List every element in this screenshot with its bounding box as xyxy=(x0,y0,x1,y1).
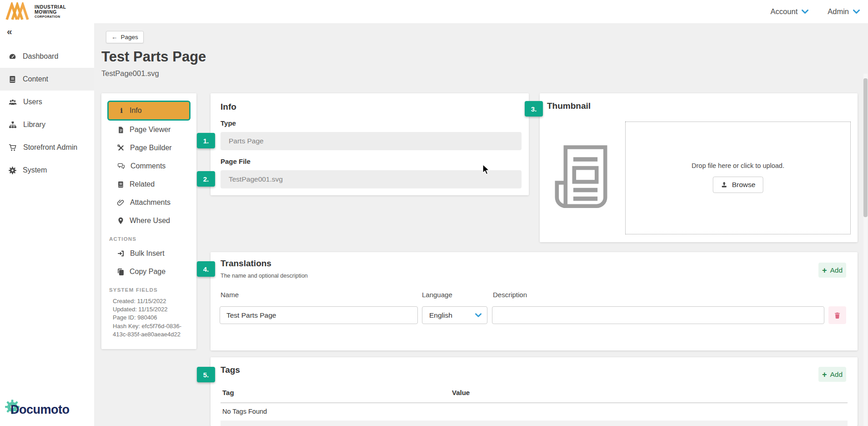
step-badge-3: 3. xyxy=(525,101,543,117)
account-menu[interactable]: Account xyxy=(771,7,809,16)
language-label: Language xyxy=(422,291,452,299)
info-panel-title: Info xyxy=(221,102,236,112)
subnav-item-info[interactable]: i Info xyxy=(107,101,191,121)
comments-icon xyxy=(117,162,125,170)
subnav-item-comments[interactable]: Comments xyxy=(101,157,196,175)
translations-panel-subtitle: The name and optional description xyxy=(221,273,308,279)
subnav-item-page-builder[interactable]: Page Builder xyxy=(101,139,196,157)
type-field: Parts Page xyxy=(221,132,522,150)
file-icon xyxy=(117,126,125,134)
subnav-action-copy-page[interactable]: Copy Page xyxy=(101,263,196,281)
step-badge-2: 2. xyxy=(197,171,215,187)
book-icon xyxy=(117,181,125,188)
main-sidebar: « Dashboard Content xyxy=(0,23,94,426)
sign-in-icon xyxy=(117,249,125,258)
tags-panel xyxy=(211,357,858,426)
plus-icon: + xyxy=(822,266,827,274)
dashboard-icon xyxy=(8,52,17,61)
name-label: Name xyxy=(221,291,239,299)
system-field-updated: Updated: 11/15/2022 xyxy=(113,305,189,314)
info-icon: i xyxy=(118,106,125,115)
users-icon xyxy=(8,98,17,106)
page-scrollbar[interactable] xyxy=(863,74,868,426)
thumbnail-panel-title: Thumbnail xyxy=(547,101,591,111)
add-translation-button[interactable]: + Add xyxy=(818,263,846,278)
book-icon xyxy=(8,75,17,84)
cart-icon xyxy=(8,143,17,152)
type-label: Type xyxy=(221,119,236,127)
dropzone-hint: Drop file here or click to upload. xyxy=(626,162,850,169)
sidebar-collapse-button[interactable]: « xyxy=(7,26,12,37)
info-panel: Info Type Parts Page Page File TestPage0… xyxy=(211,93,529,195)
actions-section-title: ACTIONS xyxy=(109,236,196,242)
sidebar-item-library[interactable]: Library xyxy=(0,113,94,136)
newspaper-placeholder-icon xyxy=(548,143,614,212)
translations-panel xyxy=(211,252,858,350)
subnav-item-where-used[interactable]: Where Used xyxy=(101,212,196,230)
sidebar-item-storefront-admin[interactable]: Storefront Admin xyxy=(0,136,94,159)
thumbnail-dropzone[interactable]: Drop file here or click to upload. Brows… xyxy=(625,122,851,234)
company-logo-mark-icon xyxy=(5,2,31,20)
trash-icon xyxy=(833,311,841,320)
translation-name-input[interactable] xyxy=(220,306,418,324)
admin-menu[interactable]: Admin xyxy=(828,7,860,16)
sidebar-nav: Dashboard Content Users xyxy=(0,45,94,182)
documoto-logo: Documoto xyxy=(5,400,91,424)
system-field-hash-key: Hash Key: efc5f76d-0836-413c-835f-ae80ae… xyxy=(113,322,189,339)
page-title: Test Parts Page xyxy=(101,49,206,65)
documoto-wordmark: Documoto xyxy=(10,403,69,417)
step-badge-1: 1. xyxy=(197,133,215,148)
tags-empty-row: No Tags Found xyxy=(222,408,267,415)
chevron-down-icon xyxy=(475,313,482,318)
paperclip-icon xyxy=(117,198,125,207)
browse-button[interactable]: Browse xyxy=(713,177,763,193)
subnav-action-bulk-insert[interactable]: Bulk Insert xyxy=(101,244,196,263)
plus-icon: + xyxy=(822,370,827,379)
step-badge-5: 5. xyxy=(197,367,215,382)
header-menus: Account Admin xyxy=(771,0,860,23)
sidebar-item-system[interactable]: System xyxy=(0,159,94,182)
tags-column-tag: Tag xyxy=(222,389,234,396)
page-file-label: Page File xyxy=(221,157,251,165)
step-badge-4: 4. xyxy=(197,261,215,277)
sidebar-item-users[interactable]: Users xyxy=(0,91,94,113)
system-field-created: Created: 11/15/2022 xyxy=(113,297,189,305)
map-marker-icon xyxy=(117,217,125,225)
gear-icon xyxy=(8,166,17,175)
top-header: INDUSTRIAL MOWING CORPORATION Account Ad… xyxy=(0,0,868,23)
translation-description-input[interactable] xyxy=(492,306,824,324)
collapse-icon: « xyxy=(7,26,12,36)
scrollbar-thumb[interactable] xyxy=(863,78,868,217)
page-file-field: TestPage001.svg xyxy=(221,170,522,188)
arrow-left-icon: ← xyxy=(111,34,118,41)
chevron-down-icon xyxy=(853,10,860,14)
delete-translation-button[interactable] xyxy=(828,306,846,324)
tools-icon xyxy=(117,144,125,152)
translations-panel-title: Translations xyxy=(221,259,271,269)
description-label: Description xyxy=(493,291,527,299)
page-subnav: i Info Page Viewer Page Builder Comments xyxy=(101,93,196,349)
tags-header-divider xyxy=(221,402,848,403)
system-field-page-id: Page ID: 980406 xyxy=(113,314,189,322)
subnav-item-attachments[interactable]: Attachments xyxy=(101,193,196,212)
add-tag-button[interactable]: + Add xyxy=(818,367,846,382)
system-fields-section-title: SYSTEM FIELDS xyxy=(109,287,196,293)
upload-icon xyxy=(721,181,728,188)
company-name: INDUSTRIAL MOWING CORPORATION xyxy=(35,5,66,18)
app-root: INDUSTRIAL MOWING CORPORATION Account Ad… xyxy=(0,0,868,426)
sitemap-icon xyxy=(8,121,17,129)
tags-column-value: Value xyxy=(452,389,470,396)
copy-icon xyxy=(117,268,125,276)
back-to-pages-button[interactable]: ← Pages xyxy=(106,31,144,43)
subnav-item-related[interactable]: Related xyxy=(101,175,196,193)
tags-footer-strip xyxy=(221,421,848,426)
chevron-down-icon xyxy=(802,10,808,14)
tags-panel-title: Tags xyxy=(221,365,240,375)
page-subtitle: TestPage001.svg xyxy=(101,69,159,78)
company-logo: INDUSTRIAL MOWING CORPORATION xyxy=(5,2,66,20)
language-select[interactable]: English xyxy=(422,306,487,324)
system-fields: Created: 11/15/2022 Updated: 11/15/2022 … xyxy=(113,297,189,339)
sidebar-item-dashboard[interactable]: Dashboard xyxy=(0,45,94,68)
sidebar-item-content[interactable]: Content xyxy=(0,68,94,91)
subnav-item-page-viewer[interactable]: Page Viewer xyxy=(101,121,196,139)
